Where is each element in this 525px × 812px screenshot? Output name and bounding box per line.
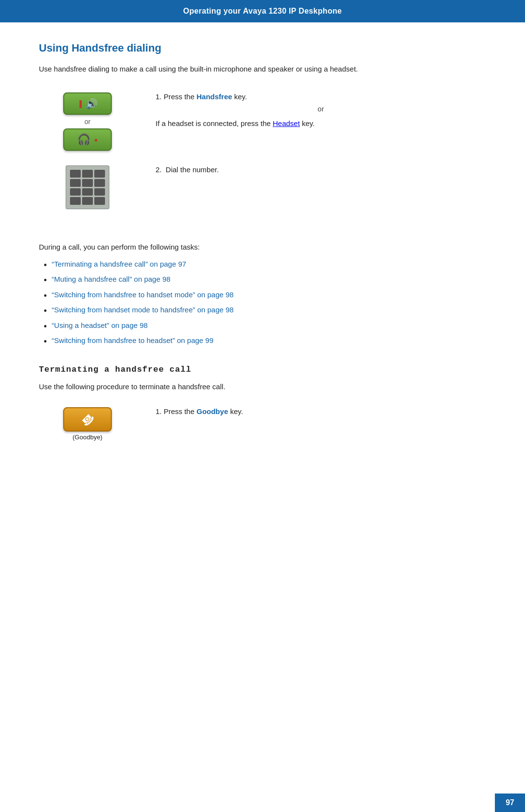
step-1-prefix: Press the xyxy=(164,92,197,101)
step-1-text: 1. Press the Handsfree key. or If a head… xyxy=(156,92,486,129)
step-1-suffix: key. xyxy=(232,92,247,101)
step-1-images: ▐ 🔊 or 🎧 ● xyxy=(39,92,136,151)
key-4 xyxy=(70,179,81,187)
list-item-1: “Terminating a handsfree call” on page 9… xyxy=(44,260,486,271)
during-call-text: During a call, you can perform the follo… xyxy=(39,241,486,253)
key-star xyxy=(70,197,81,205)
goodbye-text-col: 1. Press the Goodbye key. xyxy=(156,407,486,419)
list-item-3: “Switching from handsfree to handset mod… xyxy=(44,290,486,302)
keypad-image xyxy=(66,165,109,209)
section-title: Using Handsfree dialing xyxy=(39,42,486,54)
step-1-sub-text: If a headset is connected, press the Hea… xyxy=(156,118,486,129)
step-2-main-text: Dial the number. xyxy=(166,165,219,174)
step-2-text: 2. Dial the number. xyxy=(156,165,486,178)
or-label-image: or xyxy=(85,118,90,126)
headset-button-image: 🎧 ● xyxy=(63,128,112,151)
goodbye-step-row: ☎ (Goodbye) 1. Press the Goodbye key. xyxy=(39,407,486,441)
step-1-sub-prefix: If a headset is connected, press the xyxy=(156,119,273,127)
phone-icon: ☎ xyxy=(78,411,96,429)
list-item-5: “Using a headset” on page 98 xyxy=(44,321,486,332)
step-2-images xyxy=(39,165,136,209)
link-6[interactable]: “Switching from handsfree to headset” on… xyxy=(52,336,213,344)
step-1-sub-suffix: key. xyxy=(300,119,315,127)
headset-icon: 🎧 xyxy=(77,133,90,146)
key-5 xyxy=(82,179,93,187)
key-9 xyxy=(94,188,105,196)
intro-text: Use handsfree dialing to make a call usi… xyxy=(39,63,486,75)
goodbye-step-prefix: Press the xyxy=(164,407,197,415)
headset-link[interactable]: Headset xyxy=(273,119,300,127)
step-1-number: 1. xyxy=(156,92,162,101)
header-title: Operating your Avaya 1230 IP Deskphone xyxy=(183,7,342,15)
page-number-badge: 97 xyxy=(495,794,525,812)
headset-dot-icon: ● xyxy=(94,136,98,144)
link-1[interactable]: “Terminating a handsfree call” on page 9… xyxy=(52,260,186,268)
steps-block: ▐ 🔊 or 🎧 ● 1. Press the Handsfree key. o… xyxy=(39,92,486,224)
key-2 xyxy=(82,170,93,178)
key-3 xyxy=(94,170,105,178)
link-3[interactable]: “Switching from handsfree to handset mod… xyxy=(52,290,233,299)
key-hash xyxy=(94,197,105,205)
link-4[interactable]: “Switching from handset mode to handsfre… xyxy=(52,306,233,314)
goodbye-label: (Goodbye) xyxy=(72,433,102,441)
link-5[interactable]: “Using a headset” on page 98 xyxy=(52,321,148,329)
goodbye-step-label: 1. Press the Goodbye key. xyxy=(156,407,486,415)
goodbye-step-suffix: key. xyxy=(228,407,243,415)
step-1-label: 1. Press the Handsfree key. xyxy=(156,92,486,101)
step-2-row: 2. Dial the number. xyxy=(39,165,486,209)
subsection-intro: Use the following procedure to terminate… xyxy=(39,381,486,393)
key-8 xyxy=(82,188,93,196)
handsfree-link[interactable]: Handsfree xyxy=(196,92,232,101)
step-1-row: ▐ 🔊 or 🎧 ● 1. Press the Handsfree key. o… xyxy=(39,92,486,151)
key-1 xyxy=(70,170,81,178)
subsection-title: Terminating a handsfree call xyxy=(39,365,486,374)
list-item-4: “Switching from handset mode to handsfre… xyxy=(44,306,486,317)
step-2-number: 2. xyxy=(156,165,162,174)
goodbye-step-number: 1. xyxy=(156,407,162,415)
key-6 xyxy=(94,179,105,187)
during-call-list: “Terminating a handsfree call” on page 9… xyxy=(39,260,486,347)
key-7 xyxy=(70,188,81,196)
mic-icon: ▐ xyxy=(77,100,82,108)
goodbye-image-col: ☎ (Goodbye) xyxy=(39,407,136,441)
key-0 xyxy=(82,197,93,205)
step-1-or-text: or xyxy=(156,105,486,113)
list-item-2: “Muting a handsfree call” on page 98 xyxy=(44,275,486,286)
goodbye-button-image: ☎ xyxy=(63,407,112,432)
main-content: Using Handsfree dialing Use handsfree di… xyxy=(0,22,525,494)
speaker-icon: 🔊 xyxy=(86,98,98,109)
goodbye-link[interactable]: Goodbye xyxy=(196,407,228,415)
handsfree-button-image: ▐ 🔊 xyxy=(63,92,112,115)
link-2[interactable]: “Muting a handsfree call” on page 98 xyxy=(52,275,170,283)
list-item-6: “Switching from handsfree to headset” on… xyxy=(44,336,486,347)
step-2-label: 2. Dial the number. xyxy=(156,165,486,174)
header-bar: Operating your Avaya 1230 IP Deskphone xyxy=(0,0,525,22)
